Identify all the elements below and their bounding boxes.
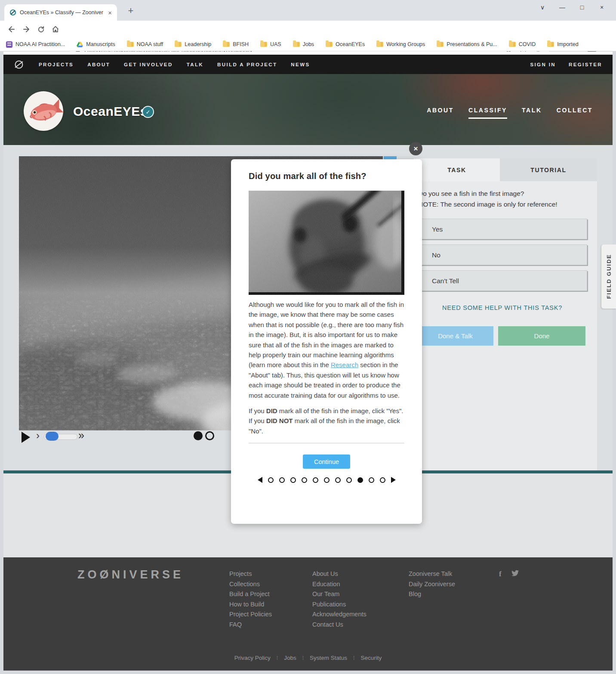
footer-link-build-a-project[interactable]: Build a Project — [229, 589, 272, 600]
bookmark-item[interactable]: UAS — [260, 41, 281, 47]
speed-slider-knob[interactable] — [46, 432, 59, 441]
fast-forward-icon[interactable]: » — [78, 429, 83, 442]
task-panel-tabs: TASKTUTORIAL — [414, 158, 597, 181]
home-button[interactable] — [48, 22, 63, 37]
pagination-dot[interactable] — [324, 477, 330, 483]
done-and-talk-button[interactable]: Done & Talk — [417, 326, 493, 346]
footer-link-our-team[interactable]: Our Team — [312, 589, 367, 600]
legal-link-system-status[interactable]: System Status — [310, 655, 347, 661]
footer-link-faq[interactable]: FAQ — [229, 620, 272, 630]
continue-button[interactable]: Continue — [303, 454, 350, 469]
footer-link-projects[interactable]: Projects — [229, 569, 272, 579]
pagination-next-icon[interactable] — [391, 477, 396, 483]
project-tab-talk[interactable]: TALK — [522, 107, 542, 119]
maximize-button[interactable]: □ — [572, 1, 592, 14]
footer-link-how-to-build[interactable]: How to Build — [229, 600, 272, 610]
bookmark-item[interactable]: Working Groups — [376, 41, 425, 47]
bookmark-item[interactable]: NOAA stuff — [127, 41, 163, 47]
pagination-prev-icon[interactable] — [258, 477, 262, 483]
footer-legal-links: Privacy Policy⁞Jobs⁞System Status⁞Securi… — [3, 655, 613, 661]
minimize-button[interactable]: — — [552, 1, 572, 14]
bookmark-label: NOAA AI Practition... — [15, 41, 65, 47]
footer-link-blog[interactable]: Blog — [409, 589, 455, 600]
navbar-link-build-a-project[interactable]: BUILD A PROJECT — [217, 62, 277, 67]
task-question-line1: Do you see a fish in the first image? — [418, 188, 557, 199]
pagination-dot[interactable] — [279, 477, 285, 483]
panel-tab-task[interactable]: TASK — [414, 158, 500, 181]
back-button[interactable] — [4, 22, 19, 37]
play-icon[interactable] — [22, 432, 30, 443]
project-tab-classify[interactable]: CLASSIFY — [468, 107, 507, 119]
reload-button[interactable] — [34, 22, 48, 37]
footer-link-publications[interactable]: Publications — [312, 600, 367, 610]
footer-link-education[interactable]: Education — [312, 579, 367, 590]
pagination-dot[interactable] — [369, 477, 374, 483]
answer-button-yes[interactable]: Yes — [417, 219, 587, 239]
browser-tab[interactable]: OceanEYEs » Classify — Zooniver × — [4, 4, 117, 21]
bookmark-item[interactable]: Imported — [547, 41, 578, 47]
step-forward-icon[interactable]: › — [36, 430, 40, 442]
bookmark-item[interactable]: Jobs — [293, 41, 314, 47]
project-tab-about[interactable]: ABOUT — [427, 107, 454, 119]
modal-close-icon[interactable]: × — [409, 142, 422, 155]
pagination-dot[interactable] — [357, 477, 363, 483]
pagination-dot[interactable] — [380, 477, 385, 483]
legal-link-security[interactable]: Security — [360, 655, 382, 661]
footer-link-about-us[interactable]: About Us — [312, 569, 367, 579]
navbar-link-about[interactable]: ABOUT — [87, 62, 110, 67]
project-avatar[interactable] — [24, 91, 63, 131]
field-guide-tab[interactable]: FIELD GUIDE — [601, 244, 616, 309]
answer-button-no[interactable]: No — [417, 244, 587, 265]
bookmark-item[interactable]: NOAA AI Practition... — [6, 41, 65, 48]
project-tab-collect[interactable]: COLLECT — [557, 107, 593, 119]
folder-icon — [293, 42, 300, 47]
footer-link-project-policies[interactable]: Project Policies — [229, 609, 272, 620]
modal-title: Did you mark all of the fish? — [249, 171, 404, 181]
frame-dot-2[interactable] — [205, 431, 214, 440]
twitter-icon[interactable] — [511, 569, 519, 579]
footer-link-daily-zooniverse[interactable]: Daily Zooniverse — [409, 579, 455, 590]
new-tab-button[interactable]: + — [125, 5, 137, 17]
navbar-link-news[interactable]: NEWS — [291, 62, 310, 67]
tab-search-icon[interactable]: ∨ — [533, 1, 552, 14]
frame-dot-1[interactable] — [194, 431, 203, 440]
bookmark-item[interactable]: Leadership — [175, 41, 211, 47]
pagination-dot[interactable] — [346, 477, 352, 483]
bookmark-item[interactable]: Manuscripts — [77, 41, 115, 47]
footer-link-zooniverse-talk[interactable]: Zooniverse Talk — [409, 569, 455, 579]
pagination-dot[interactable] — [290, 477, 296, 483]
window-close-button[interactable]: × — [592, 1, 612, 14]
browser-toolbar: zooniverse.org/projects/benjamin-dot-ric… — [0, 21, 616, 38]
legal-link-privacy-policy[interactable]: Privacy Policy — [234, 655, 271, 661]
research-link[interactable]: Research — [331, 361, 358, 368]
done-button[interactable]: Done — [498, 326, 585, 346]
sign-in-link[interactable]: SIGN IN — [530, 62, 556, 67]
panel-tab-tutorial[interactable]: TUTORIAL — [500, 158, 597, 181]
footer-link-acknowledgements[interactable]: Acknowledgements — [312, 609, 367, 620]
zooniverse-logo-icon[interactable] — [14, 59, 24, 70]
register-link[interactable]: REGISTER — [569, 62, 602, 67]
task-help-link[interactable]: NEED SOME HELP WITH THIS TASK? — [417, 304, 587, 311]
legal-link-jobs[interactable]: Jobs — [284, 655, 296, 661]
bookmark-item[interactable]: OceanEYEs — [326, 41, 365, 47]
pagination-dot[interactable] — [313, 477, 318, 483]
bookmark-label: Working Groups — [386, 41, 425, 47]
bookmark-item[interactable]: Presentations & Pu... — [437, 41, 497, 47]
pagination-dot[interactable] — [268, 477, 274, 483]
fish-closeup-image — [249, 191, 404, 295]
footer-link-contact-us[interactable]: Contact Us — [312, 620, 367, 630]
footer-link-collections[interactable]: Collections — [229, 579, 272, 590]
pagination-dot[interactable] — [335, 477, 341, 483]
bookmark-item[interactable]: BFISH — [223, 41, 249, 47]
answer-button-can-t-tell[interactable]: Can't Tell — [417, 270, 587, 291]
bookmark-item[interactable]: COVID — [509, 41, 536, 47]
navbar-link-talk[interactable]: TALK — [187, 62, 203, 67]
facebook-icon[interactable]: f — [499, 570, 502, 578]
navbar-link-get-involved[interactable]: GET INVOLVED — [124, 62, 173, 67]
legal-separator: ⁞ — [302, 655, 304, 661]
forward-button[interactable] — [19, 22, 34, 37]
pagination-dot[interactable] — [302, 477, 307, 483]
tab-close-icon[interactable]: × — [108, 9, 112, 16]
navbar-link-projects[interactable]: PROJECTS — [39, 62, 74, 67]
modal-paragraph-2: If you DID mark all of the fish in the i… — [249, 406, 404, 436]
